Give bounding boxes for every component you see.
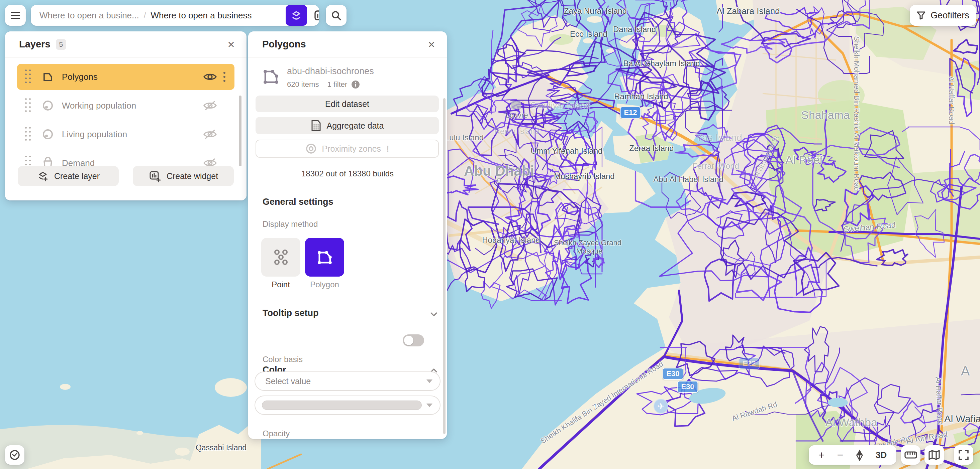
polygons-panel-close-button[interactable]: ✕ [426, 40, 437, 50]
search-icon [331, 10, 342, 21]
breadcrumb-current[interactable]: Where to open a business [151, 10, 251, 21]
eye-icon[interactable] [202, 72, 218, 82]
layers-list: PolygonsWorking populationLiving populat… [5, 58, 247, 166]
layer-row-demand[interactable]: Demand [17, 150, 234, 166]
layers-panel-toggle-button[interactable] [286, 5, 307, 26]
breadcrumb-separator: / [144, 11, 146, 20]
history-clock-icon [9, 449, 21, 461]
proximity-zones-label: Proximity zones [322, 144, 381, 154]
point-layer-icon [41, 128, 56, 141]
aggregate-data-button[interactable]: Aggregate data [256, 117, 439, 134]
create-widget-button[interactable]: Create widget [133, 166, 234, 186]
polygon-display-icon [315, 247, 334, 267]
tooltip-toggle-off[interactable] [403, 334, 424, 346]
select-dropdown-arrow-icon [426, 379, 433, 383]
drag-handle-icon[interactable] [25, 127, 34, 142]
layers-panel-title: Layers [19, 39, 51, 50]
fullscreen-button[interactable] [954, 445, 973, 465]
color-basis-label: Color basis [262, 355, 303, 364]
tooltip-chevron-down-icon[interactable] [429, 309, 439, 319]
polygons-panel-header: Polygons ✕ [248, 32, 447, 57]
zoom-in-button[interactable]: + [818, 450, 825, 460]
create-layer-label: Create layer [54, 171, 100, 181]
create-layer-button[interactable]: Create layer [18, 166, 119, 186]
builds-progress-text: 18302 out of 18380 builds [248, 169, 447, 178]
drag-handle-icon[interactable] [25, 156, 34, 166]
display-method-label: Display method [262, 219, 318, 229]
geofilters-button[interactable]: Geofilters [910, 5, 976, 26]
basemap-style-button[interactable] [924, 445, 944, 465]
map-zoom-controls: + − 3D [809, 445, 896, 465]
drag-handle-icon[interactable] [25, 70, 34, 84]
layer-row-living-population[interactable]: Living population [17, 121, 234, 147]
meta-divider [323, 81, 323, 89]
fullscreen-icon [958, 450, 969, 460]
aggregate-data-icon [311, 120, 321, 131]
layer-label: Living population [62, 129, 202, 139]
dataset-items-count: 620 items [287, 80, 319, 89]
edit-dataset-label: Edit dataset [325, 99, 369, 109]
folded-map-icon [928, 450, 940, 460]
create-widget-icon [148, 170, 161, 182]
eye-slash-icon[interactable] [202, 129, 218, 139]
proximity-warning-mark: ! [386, 144, 389, 154]
edit-dataset-button[interactable]: Edit dataset [256, 95, 439, 112]
display-method-polygon-tile-selected[interactable] [305, 238, 344, 277]
opacity-label: Opacity [262, 429, 290, 438]
dataset-name[interactable]: abu-dhabi-isochrones [287, 66, 374, 76]
palette-dropdown-arrow-icon [426, 404, 433, 407]
ruler-icon [904, 451, 917, 459]
dataset-filter-count[interactable]: 1 filter [327, 80, 347, 89]
info-icon[interactable] [351, 80, 360, 89]
tooltip-setup-heading: Tooltip setup [262, 308, 318, 318]
polygon-layer-icon [41, 70, 56, 84]
filter-funnel-icon [916, 11, 926, 20]
layer-options-kebab-icon[interactable] [218, 72, 231, 82]
layers-panel-close-button[interactable]: ✕ [226, 40, 237, 50]
breadcrumb-parent[interactable]: Where to open a busine... [40, 10, 139, 21]
settings-scrollbar[interactable] [443, 98, 445, 434]
polygon-tile-label: Polygon [305, 280, 344, 289]
general-settings-heading: General settings [262, 197, 334, 207]
create-widget-label: Create widget [167, 171, 218, 181]
layer-settings-panel: Polygons ✕ abu-dhabi-isochrones 620 item… [248, 32, 447, 439]
display-method-point-tile[interactable] [261, 238, 301, 277]
proximity-zones-button-disabled[interactable]: Proximity zones ! [256, 139, 439, 158]
layers-icon [291, 10, 302, 21]
dataset-polygon-icon [262, 68, 280, 87]
point-layer-icon [41, 99, 56, 112]
layers-panel-footer: Create layer Create widget [5, 166, 247, 200]
drag-handle-icon[interactable] [25, 98, 34, 113]
eye-slash-icon[interactable] [202, 158, 218, 166]
layer-label: Working population [62, 101, 202, 111]
breadcrumb: Where to open a busine... / Where to ope… [31, 5, 319, 26]
history-button[interactable] [5, 445, 24, 465]
3d-mode-button[interactable]: 3D [876, 451, 887, 459]
color-basis-select-placeholder: Select value [265, 377, 422, 386]
hamburger-icon [10, 11, 21, 20]
eye-slash-icon[interactable] [202, 101, 218, 111]
toggle-knob [404, 336, 414, 345]
aggregate-data-label: Aggregate data [327, 121, 384, 131]
layer-label: Polygons [62, 72, 202, 82]
color-palette-select[interactable] [255, 396, 441, 415]
layers-count-badge: 5 [56, 39, 67, 50]
hamburger-menu-button[interactable] [5, 5, 26, 26]
color-basis-select[interactable]: Select value [255, 371, 441, 391]
point-display-icon [271, 247, 291, 267]
proximity-zones-icon [305, 143, 317, 154]
geofilters-label: Geofilters [931, 10, 969, 21]
layers-panel: Layers 5 ✕ PolygonsWorking populationLiv… [5, 32, 247, 200]
bag-layer-icon [41, 156, 56, 166]
layers-panel-header: Layers 5 ✕ [5, 32, 247, 57]
measure-button[interactable] [901, 445, 921, 465]
search-button[interactable] [326, 5, 347, 26]
layer-row-polygons[interactable]: Polygons [17, 64, 234, 90]
layer-row-working-population[interactable]: Working population [17, 92, 234, 119]
compass-icon[interactable] [856, 449, 863, 461]
polygons-panel-title: Polygons [262, 39, 306, 50]
bar-chart-icon [314, 10, 319, 21]
zoom-out-button[interactable]: − [837, 450, 843, 460]
color-palette-preview [262, 401, 422, 410]
widgets-button[interactable] [311, 7, 319, 24]
